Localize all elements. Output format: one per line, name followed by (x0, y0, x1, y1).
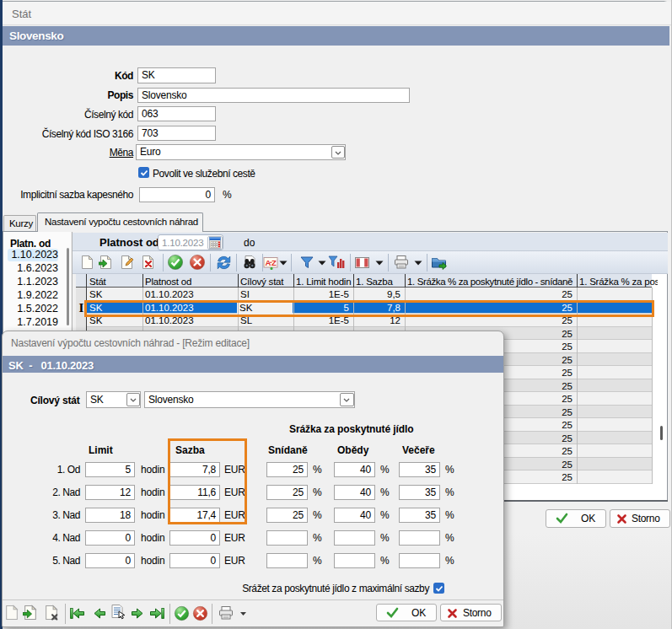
svg-text:Z: Z (271, 258, 277, 267)
